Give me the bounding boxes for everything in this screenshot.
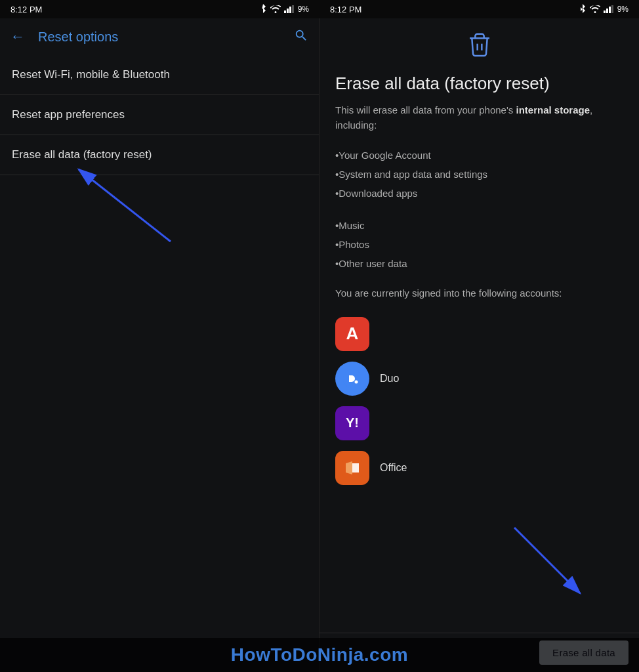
search-icon: [294, 28, 308, 43]
page-title: Reset options: [38, 30, 281, 45]
right-content: Erase all data (factory reset) This will…: [320, 18, 639, 633]
erase-description: This will erase all data from your phone…: [335, 103, 623, 133]
right-status-bar: 8:12 PM 9%: [320, 0, 639, 18]
account-duo: Duo: [335, 356, 623, 401]
left-battery: 9%: [298, 5, 309, 14]
account-yahoo: Y!: [335, 401, 623, 446]
svg-rect-15: [352, 463, 359, 472]
erase-title: Erase all data (factory reset): [335, 74, 623, 94]
wifi-icon: [270, 5, 281, 13]
svg-rect-1: [287, 9, 289, 13]
list-item: •Other user data: [335, 254, 623, 273]
svg-rect-5: [606, 9, 608, 13]
menu-item-wifi[interactable]: Reset Wi-Fi, mobile & Bluetooth: [0, 55, 319, 95]
left-header: ← Reset options: [0, 18, 319, 55]
svg-rect-3: [292, 5, 294, 13]
watermark: HowToDoNinja.com: [0, 638, 639, 672]
svg-line-9: [79, 169, 171, 242]
office-label: Office: [380, 462, 407, 474]
left-panel: ← Reset options Reset Wi-Fi, mobile & Bl…: [0, 18, 320, 672]
left-time: 8:12 PM: [10, 5, 42, 14]
duo-label: Duo: [380, 373, 399, 385]
adobe-icon: A: [335, 317, 369, 351]
list-item: •System and app data and settings: [335, 165, 623, 184]
svg-rect-0: [284, 10, 286, 13]
account-adobe: A: [335, 312, 623, 356]
svg-rect-7: [611, 5, 613, 13]
list-item: •Photos: [335, 235, 623, 254]
duo-icon: [335, 362, 369, 396]
list-item: •Music: [335, 216, 623, 235]
svg-rect-2: [289, 7, 291, 13]
svg-point-13: [355, 380, 358, 383]
svg-rect-6: [609, 7, 611, 13]
bt-icon-r: [579, 4, 587, 14]
account-office: Office: [335, 446, 623, 490]
menu-item-app-prefs[interactable]: Reset app preferences: [0, 95, 319, 135]
bluetooth-icon: [259, 4, 267, 14]
left-status-bar: 8:12 PM 9%: [0, 0, 320, 18]
signal-icon: [284, 5, 295, 13]
signal-icon-r: [604, 5, 614, 13]
menu-item-factory-reset[interactable]: Erase all data (factory reset): [0, 135, 319, 175]
list-item: •Your Google Account: [335, 146, 623, 165]
trash-icon: [335, 32, 623, 66]
right-panel: Erase all data (factory reset) This will…: [320, 18, 639, 672]
office-icon: [335, 451, 369, 485]
erase-list: •Your Google Account •System and app dat…: [335, 146, 623, 273]
accounts-text: You are currently signed into the follow…: [335, 286, 623, 301]
yahoo-icon: Y!: [335, 406, 369, 440]
right-battery: 9%: [617, 5, 629, 14]
right-time: 8:12 PM: [330, 5, 361, 14]
list-item: •Downloaded apps: [335, 184, 623, 203]
svg-rect-4: [604, 10, 606, 13]
wifi-icon-r: [590, 5, 600, 13]
back-button[interactable]: ←: [5, 23, 30, 51]
search-button[interactable]: [289, 23, 314, 51]
watermark-text: HowToDoNinja.com: [231, 644, 408, 665]
